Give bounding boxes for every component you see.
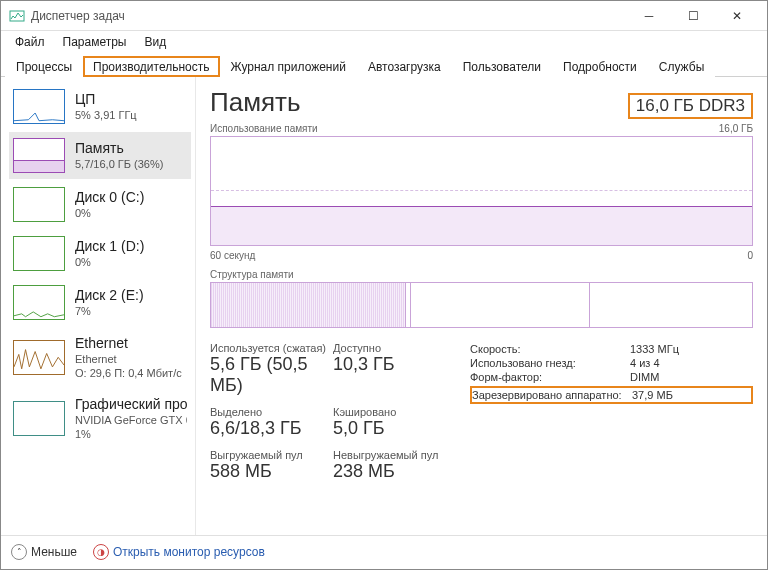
paged-value: 588 МБ (210, 461, 327, 482)
tab-processes[interactable]: Процессы (5, 55, 83, 77)
nonpaged-value: 238 МБ (333, 461, 450, 482)
memory-specs: Скорость:1333 МГц Использовано гнезд:4 и… (450, 342, 753, 482)
composition-free (590, 283, 752, 327)
sidebar-item-disk2[interactable]: Диск 2 (E:)7% (9, 279, 191, 326)
tab-bar: Процессы Производительность Журнал прило… (1, 53, 767, 77)
gpu-thumb-icon (13, 401, 65, 436)
paged-label: Выгружаемый пул (210, 449, 327, 461)
tab-app-history[interactable]: Журнал приложений (220, 55, 357, 77)
disk2-sub: 7% (75, 304, 144, 318)
committed-value: 6,6/18,3 ГБ (210, 418, 327, 439)
window-title: Диспетчер задач (31, 9, 627, 23)
disk2-thumb-icon (13, 285, 65, 320)
titlebar: Диспетчер задач ─ ☐ ✕ (1, 1, 767, 31)
sidebar-item-ethernet[interactable]: EthernetEthernetО: 29,6 П: 0,4 Мбит/с (9, 328, 191, 387)
disk0-thumb-icon (13, 187, 65, 222)
available-value: 10,3 ГБ (333, 354, 450, 375)
sidebar-item-gpu[interactable]: Графический проNVIDIA GeForce GTX 6601% (9, 389, 191, 448)
composition-standby (411, 283, 590, 327)
slots-value: 4 из 4 (630, 357, 660, 369)
gpu-sub2: 1% (75, 427, 187, 441)
tab-users[interactable]: Пользователи (452, 55, 552, 77)
menu-view[interactable]: Вид (136, 33, 174, 51)
disk2-title: Диск 2 (E:) (75, 286, 144, 304)
memory-title: Память (75, 139, 163, 157)
ethernet-title: Ethernet (75, 334, 182, 352)
disk1-title: Диск 1 (D:) (75, 237, 144, 255)
open-resource-monitor-label: Открыть монитор ресурсов (113, 545, 265, 559)
disk1-thumb-icon (13, 236, 65, 271)
sidebar-item-memory[interactable]: Память5,7/16,0 ГБ (36%) (9, 132, 191, 179)
memory-sub: 5,7/16,0 ГБ (36%) (75, 157, 163, 171)
gpu-sub1: NVIDIA GeForce GTX 660 (75, 413, 187, 427)
minimize-button[interactable]: ─ (627, 2, 671, 30)
ethernet-sub1: Ethernet (75, 352, 182, 366)
committed-label: Выделено (210, 406, 327, 418)
footer: ˄ Меньше ◑ Открыть монитор ресурсов (1, 535, 767, 567)
usage-chart-label: Использование памяти (210, 123, 318, 134)
sidebar-item-disk0[interactable]: Диск 0 (C:)0% (9, 181, 191, 228)
fewer-details-label: Меньше (31, 545, 77, 559)
disk0-sub: 0% (75, 206, 144, 220)
memory-panel: Память 16,0 ГБ DDR3 Использование памяти… (196, 77, 767, 535)
menu-file[interactable]: Файл (7, 33, 53, 51)
slots-label: Использовано гнезд: (470, 357, 630, 369)
ethernet-thumb-icon (13, 340, 65, 375)
composition-chart-label: Структура памяти (210, 269, 753, 280)
fewer-details-button[interactable]: ˄ Меньше (11, 544, 77, 560)
memory-stats: Используется (сжатая)5,6 ГБ (50,5 МБ) До… (210, 342, 450, 482)
gpu-title: Графический про (75, 395, 187, 413)
memory-heading: Память (210, 87, 301, 118)
form-label: Форм-фактор: (470, 371, 630, 383)
disk0-title: Диск 0 (C:) (75, 188, 144, 206)
tab-startup[interactable]: Автозагрузка (357, 55, 452, 77)
chart-xright: 0 (747, 250, 753, 261)
tab-performance[interactable]: Производительность (83, 56, 219, 77)
composition-in-use (211, 283, 406, 327)
chart-xleft: 60 секунд (210, 250, 255, 261)
sidebar-item-disk1[interactable]: Диск 1 (D:)0% (9, 230, 191, 277)
memory-thumb-icon (13, 138, 65, 173)
nonpaged-label: Невыгружаемый пул (333, 449, 450, 461)
menu-options[interactable]: Параметры (55, 33, 135, 51)
cached-label: Кэшировано (333, 406, 450, 418)
ethernet-sub2: О: 29,6 П: 0,4 Мбит/с (75, 366, 182, 380)
speed-label: Скорость: (470, 343, 630, 355)
resource-monitor-icon: ◑ (93, 544, 109, 560)
disk1-sub: 0% (75, 255, 144, 269)
performance-sidebar: ЦП5% 3,91 ГГц Память5,7/16,0 ГБ (36%) Ди… (1, 77, 196, 535)
memory-composition-chart (210, 282, 753, 328)
tab-details[interactable]: Подробности (552, 55, 648, 77)
menu-bar: Файл Параметры Вид (1, 31, 767, 53)
cpu-thumb-icon (13, 89, 65, 124)
reserved-value: 37,9 МБ (632, 389, 673, 401)
form-value: DIMM (630, 371, 659, 383)
tab-services[interactable]: Службы (648, 55, 715, 77)
cached-value: 5,0 ГБ (333, 418, 450, 439)
memory-usage-chart (210, 136, 753, 246)
close-button[interactable]: ✕ (715, 2, 759, 30)
usage-chart-max: 16,0 ГБ (719, 123, 753, 134)
in-use-value: 5,6 ГБ (50,5 МБ) (210, 354, 327, 396)
available-label: Доступно (333, 342, 450, 354)
chevron-up-icon: ˄ (11, 544, 27, 560)
cpu-sub: 5% 3,91 ГГц (75, 108, 137, 122)
task-manager-icon (9, 8, 25, 24)
in-use-label: Используется (сжатая) (210, 342, 327, 354)
cpu-title: ЦП (75, 90, 137, 108)
speed-value: 1333 МГц (630, 343, 679, 355)
reserved-label: Зарезервировано аппаратно: (472, 389, 632, 401)
open-resource-monitor-link[interactable]: ◑ Открыть монитор ресурсов (93, 544, 265, 560)
sidebar-item-cpu[interactable]: ЦП5% 3,91 ГГц (9, 83, 191, 130)
memory-spec: 16,0 ГБ DDR3 (628, 93, 753, 119)
maximize-button[interactable]: ☐ (671, 2, 715, 30)
